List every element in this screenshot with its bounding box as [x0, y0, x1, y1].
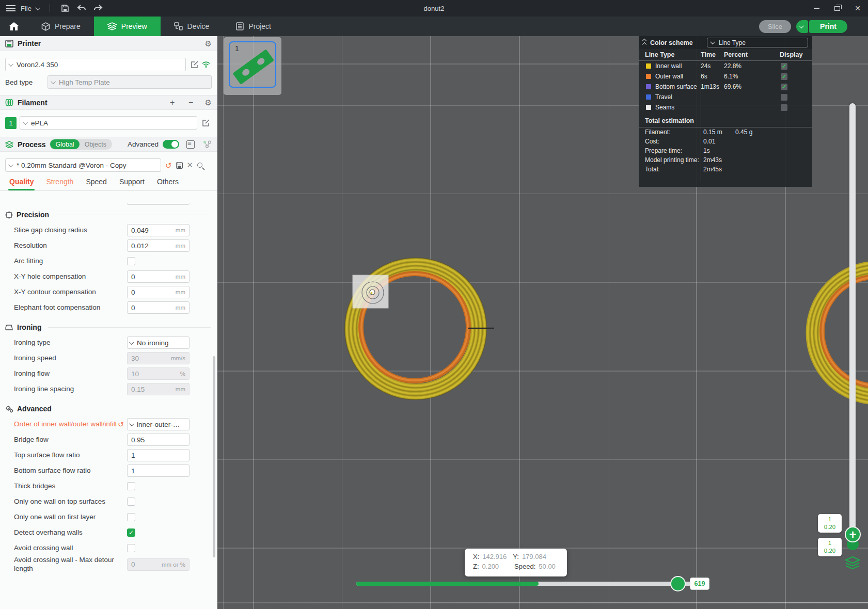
close-button[interactable]: ✕	[847, 0, 868, 17]
cube-icon	[41, 22, 50, 31]
setting-input[interactable]: 0mm	[127, 301, 190, 314]
display-checkbox[interactable]	[781, 94, 787, 101]
prime-tower	[353, 275, 388, 308]
advanced-toggle[interactable]	[163, 140, 179, 149]
add-filament-icon[interactable]: +	[168, 98, 177, 107]
minimize-button[interactable]	[806, 0, 827, 17]
display-checkbox[interactable]: ✓	[781, 73, 787, 80]
setting-row: Detect overhang walls✓	[0, 525, 217, 540]
process-tab-support[interactable]: Support	[113, 174, 151, 190]
section-header-precision: Precision	[5, 209, 217, 220]
setting-input[interactable]: 30mm/s	[127, 352, 190, 364]
collapse-panel-icon[interactable]	[643, 39, 646, 46]
bed-type-select[interactable]: High Temp Plate	[48, 75, 212, 89]
parameter-list-icon[interactable]	[186, 140, 195, 149]
hamburger-menu-icon[interactable]	[6, 5, 15, 11]
settings-scroll-area[interactable]: PrecisionSlice gap closing radius0.049mm…	[0, 203, 217, 609]
filament-preset-select[interactable]: ePLA	[20, 116, 197, 130]
reset-setting-icon[interactable]: ↺	[118, 420, 124, 428]
save-icon[interactable]	[59, 3, 71, 14]
scope-global[interactable]: Global	[50, 139, 79, 149]
slice-button[interactable]: Slice	[759, 20, 791, 33]
clear-preset-icon[interactable]: ✕	[187, 161, 194, 170]
total-row: Filament:0.15 m0.45 g	[639, 127, 812, 137]
display-checkbox[interactable]: ✓	[781, 63, 787, 70]
total-row: Prepare time:1s	[639, 146, 812, 155]
print-button[interactable]: Print	[809, 20, 847, 33]
bed-type-value: High Temp Plate	[59, 78, 110, 86]
tab-preview[interactable]: Preview	[94, 17, 161, 36]
filament-settings-gear-icon[interactable]: ⚙	[205, 99, 212, 106]
total-row: Model printing time:2m43s	[639, 155, 812, 165]
setting-input[interactable]: 0.95	[127, 434, 190, 446]
wifi-icon[interactable]	[200, 59, 212, 70]
move-slider-track[interactable]: 619	[356, 582, 702, 586]
setting-input[interactable]: 0mm	[127, 286, 190, 298]
process-tab-strength[interactable]: Strength	[40, 174, 80, 190]
print-dropdown-chevron-icon[interactable]	[796, 20, 808, 33]
scope-objects[interactable]: Objects	[80, 139, 112, 149]
setting-input[interactable]: 1	[127, 449, 190, 461]
setting-checkbox[interactable]	[127, 498, 135, 506]
setting-input[interactable]: 0.012mm	[127, 239, 190, 252]
setting-checkbox[interactable]	[127, 544, 135, 552]
tab-project[interactable]: Project	[223, 17, 285, 36]
home-button[interactable]	[0, 17, 28, 36]
layer-slider-track[interactable]	[849, 103, 856, 542]
setting-row: Thick bridges	[0, 478, 217, 494]
display-checkbox[interactable]	[781, 104, 787, 111]
redo-icon[interactable]	[92, 3, 104, 14]
printer-settings-gear-icon[interactable]: ⚙	[205, 40, 212, 47]
settings-panel: Printer ⚙ Voron2.4 350 Bed type High Tem…	[0, 36, 217, 609]
process-flow-icon[interactable]	[203, 140, 212, 148]
setting-row: Top surface flow ratio1	[0, 447, 217, 463]
process-preset-select[interactable]: * 0.20mm Standard @Voron - Copy	[5, 158, 161, 172]
setting-select[interactable]: No ironing	[127, 336, 190, 349]
setting-checkbox[interactable]	[127, 482, 135, 490]
tab-prepare[interactable]: Prepare	[28, 17, 94, 36]
setting-row: Arc fitting	[0, 253, 217, 269]
edit-filament-icon[interactable]	[200, 117, 212, 129]
plate-thumbnail-card[interactable]: 1	[224, 37, 281, 95]
filament-slot-badge[interactable]: 1	[5, 117, 17, 129]
remove-filament-icon[interactable]: −	[186, 98, 196, 107]
search-settings-icon[interactable]	[197, 163, 202, 168]
total-row: Total:2m45s	[639, 165, 812, 174]
undo-icon[interactable]	[76, 3, 87, 14]
setting-checkbox[interactable]: ✓	[127, 528, 135, 537]
setting-row: X-Y contour compensation0mm	[0, 284, 217, 300]
setting-row: Resolution0.012mm	[0, 238, 217, 253]
setting-input[interactable]: 10%	[127, 367, 190, 380]
process-scope-toggle[interactable]: Global Objects	[50, 139, 112, 150]
process-tab-others[interactable]: Others	[151, 174, 185, 190]
setting-input[interactable]: 0.15mm	[127, 383, 190, 395]
setting-input[interactable]: 1	[127, 464, 190, 477]
process-tab-quality[interactable]: Quality	[3, 174, 40, 190]
file-menu[interactable]: File	[21, 5, 31, 12]
layers-view-icon[interactable]	[845, 556, 860, 570]
file-menu-chevron-icon[interactable]	[35, 5, 40, 10]
setting-checkbox[interactable]	[127, 257, 135, 265]
tab-device[interactable]: Device	[161, 17, 223, 36]
display-checkbox[interactable]: ✓	[781, 84, 787, 90]
slicer-app: File donut2 ✕ PreparePreviewDeviceProjec…	[0, 0, 868, 609]
color-scheme-title: Color scheme	[650, 39, 693, 46]
color-scheme-mode-select[interactable]: Line Type	[707, 38, 808, 47]
settings-scrollbar[interactable]	[213, 356, 215, 557]
layer-slider-add-handle[interactable]: +	[845, 526, 861, 542]
setting-select[interactable]: inner-outer-…	[127, 418, 190, 430]
maximize-button[interactable]	[827, 0, 847, 17]
setting-input[interactable]: 0.049mm	[127, 224, 190, 236]
reset-preset-icon[interactable]: ↺	[165, 162, 172, 169]
precision-icon	[5, 211, 13, 219]
save-preset-icon[interactable]	[176, 162, 183, 169]
setting-input[interactable]: 0mm	[127, 270, 190, 283]
setting-checkbox[interactable]	[127, 513, 135, 521]
printer-preset-select[interactable]: Voron2.4 350	[5, 58, 186, 71]
move-slider-handle[interactable]	[670, 576, 686, 591]
filament-preset-row: 1 ePLA	[0, 110, 217, 137]
process-tab-speed[interactable]: Speed	[80, 174, 113, 190]
edit-printer-icon[interactable]	[189, 59, 200, 70]
setting-input[interactable]: 0mm or %	[127, 558, 190, 571]
printer-section-title: Printer	[18, 39, 41, 47]
